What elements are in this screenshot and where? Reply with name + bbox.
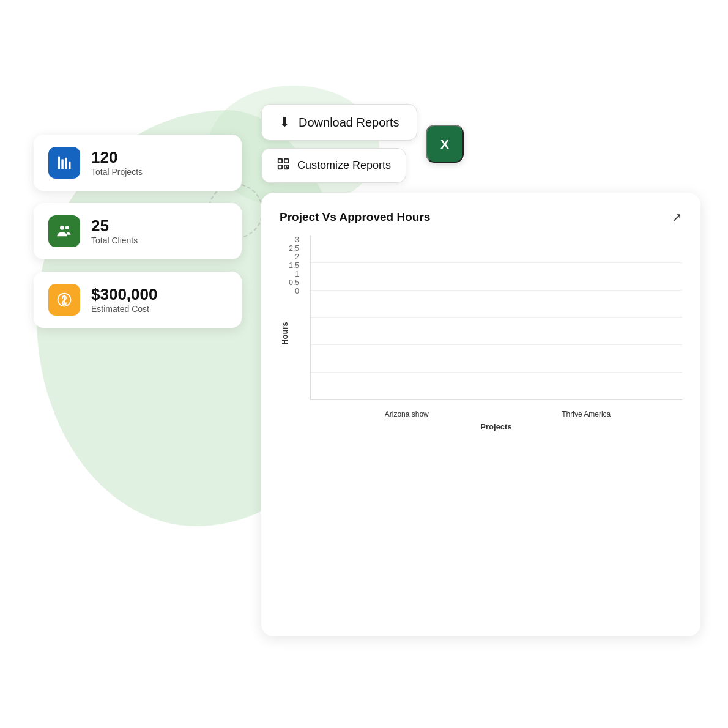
customize-reports-label: Customize Reports [297, 159, 391, 172]
left-column: 120 Total Projects 25 Total Clients [34, 104, 242, 636]
clients-info: 25 Total Clients [91, 217, 138, 246]
svg-rect-0 [58, 157, 61, 169]
y-tick-2: 2 [295, 253, 299, 261]
projects-info: 120 Total Projects [91, 149, 143, 177]
x-axis-title: Projects [310, 422, 682, 431]
grid-lines [311, 236, 682, 399]
chart-title: Project Vs Approved Hours [280, 210, 430, 224]
chart-body: Arizona show Thrive America Projects [310, 236, 682, 431]
bars-container [310, 236, 682, 400]
clients-value: 25 [91, 217, 138, 235]
y-axis-title: Hours [280, 322, 289, 345]
chart-card: Project Vs Approved Hours ↗ Hours 3 2.5 … [261, 193, 700, 636]
x-label-arizona: Arizona show [329, 405, 485, 418]
y-tick-1_5: 1.5 [289, 261, 299, 270]
projects-icon [48, 147, 80, 179]
svg-rect-1 [61, 159, 64, 169]
customize-icon [277, 157, 290, 174]
y-tick-2_5: 2.5 [289, 244, 299, 253]
stat-card-cost: $300,000 Estimated Cost [34, 272, 242, 328]
x-label-thrive: Thrive America [509, 405, 664, 418]
clients-icon [48, 215, 80, 247]
y-tick-1: 1 [295, 270, 299, 278]
cost-info: $300,000 Estimated Cost [91, 286, 157, 314]
svg-rect-2 [65, 158, 67, 169]
stat-card-clients: 25 Total Clients [34, 203, 242, 259]
chart-area: Hours 3 2.5 2 1.5 1 0.5 0 [280, 236, 682, 431]
cost-icon [48, 284, 80, 316]
y-tick-3: 3 [295, 236, 299, 244]
svg-rect-10 [278, 165, 282, 169]
y-tick-0_5: 0.5 [289, 278, 299, 287]
x-labels: Arizona show Thrive America [310, 400, 682, 418]
svg-rect-8 [284, 159, 288, 163]
y-tick-0: 0 [295, 287, 299, 295]
main-container: 120 Total Projects 25 Total Clients [34, 104, 700, 636]
buttons-stack: ⬇ Download Reports Customize R [261, 104, 417, 183]
svg-point-5 [65, 226, 69, 229]
svg-text:X: X [440, 136, 449, 150]
bar-label-arizona: Arizona show [385, 410, 429, 418]
buttons-row: ⬇ Download Reports Customize R [261, 104, 700, 183]
customize-reports-button[interactable]: Customize Reports [261, 148, 406, 183]
projects-value: 120 [91, 149, 143, 166]
stat-card-projects: 120 Total Projects [34, 135, 242, 191]
svg-rect-3 [69, 162, 71, 169]
bar-label-thrive: Thrive America [562, 410, 611, 418]
download-reports-label: Download Reports [299, 116, 399, 130]
expand-icon[interactable]: ↗ [672, 210, 682, 225]
projects-label: Total Projects [91, 167, 143, 177]
cost-value: $300,000 [91, 286, 157, 303]
excel-button[interactable]: X [426, 125, 464, 163]
svg-point-4 [60, 226, 64, 230]
right-column: ⬇ Download Reports Customize R [261, 104, 700, 636]
y-axis: 3 2.5 2 1.5 1 0.5 0 [280, 236, 304, 315]
download-icon: ⬇ [279, 114, 290, 130]
svg-rect-7 [278, 159, 282, 163]
chart-header: Project Vs Approved Hours ↗ [280, 210, 682, 225]
cost-label: Estimated Cost [91, 304, 157, 314]
clients-label: Total Clients [91, 236, 138, 245]
download-reports-button[interactable]: ⬇ Download Reports [261, 104, 417, 141]
